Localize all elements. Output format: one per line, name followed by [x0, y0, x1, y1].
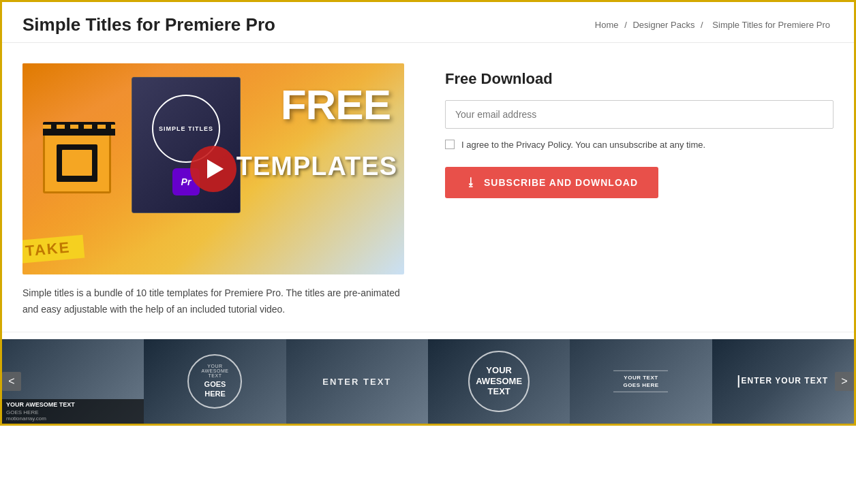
carousel-section: < YOUR AWESOME TEXT GOES HERE motionarra…: [2, 332, 854, 424]
page-wrapper: Simple Titles for Premiere Pro Home / De…: [2, 2, 854, 424]
carousel-item-1[interactable]: YOUR AWESOME TEXT GOES HERE motionarray.…: [2, 339, 144, 424]
chevron-left-icon: <: [8, 375, 14, 388]
clapper-film: [57, 144, 97, 182]
carousel-next-button[interactable]: >: [835, 372, 854, 391]
templates-text: TEMPLATES: [236, 152, 397, 181]
thumb-1-label-main: YOUR AWESOME TEXT: [6, 401, 140, 409]
thumb-1-label: YOUR AWESOME TEXT GOES HERE motionarray.…: [2, 399, 144, 424]
thumb-2-main-text: GOES HERE: [196, 380, 234, 398]
product-box-face: SIMPLE TITLES Pr: [132, 77, 241, 213]
play-button[interactable]: [190, 146, 236, 192]
thumb-1-site: motionarray.com: [6, 415, 140, 422]
carousel-item-3[interactable]: ENTER TEXT: [286, 339, 428, 424]
video-thumbnail[interactable]: SIMPLE TITLES Pr FREE TEMPLATES TAKE: [22, 63, 404, 274]
carousel-track: YOUR AWESOME TEXT GOES HERE motionarray.…: [2, 339, 854, 424]
download-icon: ⭳: [465, 176, 477, 189]
privacy-checkbox[interactable]: [445, 140, 455, 149]
carousel-prev-button[interactable]: <: [2, 372, 21, 391]
thumb-2-top-text: YOUR AWESOME TEXT: [196, 364, 234, 378]
page-title: Simple Titles for Premiere Pro: [22, 14, 275, 35]
carousel-item-2[interactable]: YOUR AWESOME TEXT GOES HERE: [144, 339, 286, 424]
thumb-6-text: ENTER YOUR TEXT: [738, 375, 828, 388]
chevron-right-icon: >: [841, 375, 847, 388]
subscribe-button[interactable]: ⭳ SUBSCRIBE AND DOWNLOAD: [445, 167, 658, 198]
privacy-row: I agree to the Privacy Policy. You can u…: [445, 138, 834, 152]
play-triangle-icon: [207, 159, 224, 178]
email-input[interactable]: [445, 100, 834, 129]
thumb-4-main-text: YOURAWESOMETEXT: [476, 365, 522, 397]
header: Simple Titles for Premiere Pro Home / De…: [2, 2, 854, 43]
clapper-icon: [43, 132, 111, 193]
carousel-item-4[interactable]: YOURAWESOMETEXT: [428, 339, 570, 424]
thumb-2-circle: YOUR AWESOME TEXT GOES HERE: [187, 354, 242, 409]
breadcrumb: Home / Designer Packs / Simple Titles fo…: [595, 20, 834, 30]
video-bg: SIMPLE TITLES Pr FREE TEMPLATES TAKE: [22, 63, 404, 274]
box-title-text: SIMPLE TITLES: [159, 125, 213, 132]
free-download-title: Free Download: [445, 70, 834, 88]
right-column: Free Download I agree to the Privacy Pol…: [445, 63, 834, 318]
breadcrumb-designer-packs[interactable]: Designer Packs: [632, 20, 694, 30]
description-text: Simple titles is a bundle of 10 title te…: [22, 285, 418, 318]
carousel-item-5[interactable]: YOUR TEXTGOES HERE: [570, 339, 712, 424]
breadcrumb-home[interactable]: Home: [595, 20, 619, 30]
thumb-3-enter-text: ENTER TEXT: [322, 376, 391, 386]
free-text: FREE: [281, 84, 391, 126]
main-content: SIMPLE TITLES Pr FREE TEMPLATES TAKE: [2, 43, 854, 332]
cursor-bar-icon: [738, 375, 739, 388]
thumb-5-line2: [613, 392, 668, 392]
thumb-5-lines: YOUR TEXTGOES HERE: [613, 367, 668, 394]
carousel-item-6[interactable]: ENTER YOUR TEXT: [712, 339, 854, 424]
clapper-lines: [43, 122, 115, 136]
breadcrumb-sep1: /: [624, 20, 627, 30]
left-column: SIMPLE TITLES Pr FREE TEMPLATES TAKE: [22, 63, 418, 318]
breadcrumb-sep2: /: [701, 20, 703, 30]
thumb-3-text: ENTER TEXT: [322, 376, 391, 386]
privacy-text: I agree to the Privacy Policy. You can u…: [461, 138, 705, 152]
carousel-wrapper: < YOUR AWESOME TEXT GOES HERE motionarra…: [2, 339, 854, 424]
thumb-5-line1: [613, 370, 668, 371]
subscribe-button-label: SUBSCRIBE AND DOWNLOAD: [484, 177, 638, 188]
breadcrumb-current: Simple Titles for Premiere Pro: [712, 20, 830, 30]
thumb-1-label-sub: GOES HERE: [6, 409, 140, 415]
thumb-3-center: ENTER TEXT: [322, 376, 391, 386]
thumb-5-text: YOUR TEXTGOES HERE: [613, 373, 668, 388]
thumb-4-circle: YOURAWESOMETEXT: [468, 351, 530, 412]
